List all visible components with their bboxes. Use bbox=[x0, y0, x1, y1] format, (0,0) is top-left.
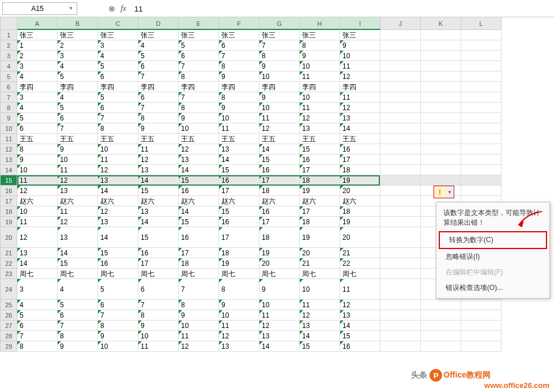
cell[interactable]: 14 bbox=[98, 186, 138, 196]
row-header[interactable]: 14 bbox=[0, 165, 17, 175]
cell[interactable] bbox=[421, 113, 461, 123]
cell[interactable]: 15 bbox=[259, 154, 300, 165]
cell[interactable]: 13 bbox=[340, 310, 380, 321]
cell[interactable]: 5 bbox=[138, 51, 179, 61]
cell[interactable]: 周七 bbox=[179, 269, 219, 279]
cell[interactable]: 8 bbox=[17, 341, 58, 352]
cell[interactable]: 8 bbox=[219, 279, 259, 300]
cell[interactable]: 6 bbox=[98, 300, 138, 310]
cell[interactable]: 21 bbox=[300, 258, 340, 269]
cell[interactable]: 10 bbox=[259, 103, 300, 113]
cell[interactable]: 3 bbox=[58, 51, 98, 61]
cell[interactable]: 赵六 bbox=[259, 196, 300, 206]
cell[interactable]: 8 bbox=[138, 113, 179, 123]
cell[interactable] bbox=[421, 175, 461, 186]
column-header[interactable]: G bbox=[259, 17, 300, 30]
cell[interactable]: 7 bbox=[138, 103, 179, 113]
cell[interactable] bbox=[380, 331, 421, 341]
cell[interactable]: 5 bbox=[179, 40, 219, 51]
cell[interactable]: 10 bbox=[17, 206, 58, 217]
row-header[interactable]: 2 bbox=[0, 40, 17, 51]
fx-icon[interactable]: fx bbox=[118, 4, 129, 13]
cell[interactable]: 17 bbox=[219, 227, 259, 248]
cell[interactable]: 周七 bbox=[98, 269, 138, 279]
row-header[interactable]: 9 bbox=[0, 113, 17, 123]
cell[interactable] bbox=[421, 92, 461, 103]
row-header[interactable]: 23 bbox=[0, 269, 17, 279]
cell[interactable]: 王五 bbox=[138, 134, 179, 144]
cell[interactable]: 3 bbox=[17, 92, 58, 103]
cell[interactable]: 10 bbox=[259, 71, 300, 82]
cell[interactable]: 张三 bbox=[219, 30, 259, 40]
cell[interactable]: 13 bbox=[219, 144, 259, 154]
cell[interactable]: 10 bbox=[98, 144, 138, 154]
row-header[interactable]: 20 bbox=[0, 227, 17, 248]
column-header[interactable]: K bbox=[421, 17, 461, 30]
row-header[interactable]: 4 bbox=[0, 61, 17, 71]
cell[interactable] bbox=[461, 123, 502, 134]
cell[interactable] bbox=[380, 92, 421, 103]
cell[interactable]: 9 bbox=[179, 310, 219, 321]
cell[interactable]: 4 bbox=[17, 300, 58, 310]
cell[interactable]: 15 bbox=[138, 227, 179, 248]
cell[interactable] bbox=[380, 61, 421, 71]
cell[interactable]: 16 bbox=[138, 248, 179, 258]
cell[interactable]: 13 bbox=[179, 154, 219, 165]
cell[interactable]: 11 bbox=[219, 123, 259, 134]
cell[interactable]: 王五 bbox=[219, 134, 259, 144]
cell[interactable] bbox=[421, 123, 461, 134]
cell[interactable]: 7 bbox=[58, 123, 98, 134]
column-header[interactable]: A bbox=[17, 17, 58, 30]
name-box-dropdown-icon[interactable]: ▼ bbox=[69, 6, 73, 11]
cell[interactable] bbox=[421, 341, 461, 352]
cell[interactable]: 6 bbox=[138, 279, 179, 300]
column-header[interactable]: F bbox=[219, 17, 259, 30]
cell[interactable]: 14 bbox=[138, 217, 179, 227]
menu-item[interactable]: 转换为数字(C) bbox=[439, 231, 547, 249]
cell[interactable]: 16 bbox=[219, 217, 259, 227]
cell[interactable]: 8 bbox=[219, 61, 259, 71]
cell[interactable] bbox=[461, 61, 502, 71]
cell[interactable]: 6 bbox=[98, 71, 138, 82]
cell[interactable]: 15 bbox=[138, 186, 179, 196]
cell[interactable]: 5 bbox=[98, 279, 138, 300]
cell[interactable]: 9 bbox=[219, 71, 259, 82]
column-header[interactable]: B bbox=[58, 17, 98, 30]
cell[interactable]: 张三 bbox=[259, 30, 300, 40]
cell[interactable] bbox=[380, 269, 421, 279]
cell[interactable]: 12 bbox=[179, 341, 219, 352]
cell[interactable]: 16 bbox=[340, 144, 380, 154]
cell[interactable]: 赵六 bbox=[179, 196, 219, 206]
cell[interactable]: 8 bbox=[58, 331, 98, 341]
cell[interactable]: 11 bbox=[300, 71, 340, 82]
cell[interactable]: 13 bbox=[340, 113, 380, 123]
cell[interactable]: 17 bbox=[300, 165, 340, 175]
row-header[interactable]: 13 bbox=[0, 154, 17, 165]
cell[interactable] bbox=[461, 175, 502, 186]
cell[interactable]: 1 bbox=[17, 40, 58, 51]
cell[interactable]: 14 bbox=[259, 144, 300, 154]
cell[interactable]: 14 bbox=[219, 154, 259, 165]
row-header[interactable]: 16 bbox=[0, 186, 17, 196]
cell[interactable]: 7 bbox=[219, 51, 259, 61]
cell[interactable]: 6 bbox=[98, 103, 138, 113]
row-header[interactable]: 11 bbox=[0, 134, 17, 144]
cell[interactable]: 周七 bbox=[138, 269, 179, 279]
cell[interactable] bbox=[421, 310, 461, 321]
cell[interactable]: 15 bbox=[219, 165, 259, 175]
cell[interactable]: 赵六 bbox=[219, 196, 259, 206]
row-header[interactable]: 12 bbox=[0, 144, 17, 154]
cell[interactable]: 周七 bbox=[259, 269, 300, 279]
cell[interactable]: 11 bbox=[138, 341, 179, 352]
cell[interactable]: 18 bbox=[259, 186, 300, 196]
cell[interactable]: 18 bbox=[300, 217, 340, 227]
cell[interactable]: 8 bbox=[179, 71, 219, 82]
cell[interactable]: 赵六 bbox=[17, 196, 58, 206]
cell[interactable]: 15 bbox=[219, 206, 259, 217]
cell[interactable]: 10 bbox=[138, 331, 179, 341]
cell[interactable]: 16 bbox=[340, 341, 380, 352]
cell[interactable] bbox=[421, 51, 461, 61]
cell[interactable]: 李四 bbox=[259, 82, 300, 92]
column-header[interactable]: L bbox=[461, 17, 502, 30]
cell[interactable]: 4 bbox=[58, 279, 98, 300]
